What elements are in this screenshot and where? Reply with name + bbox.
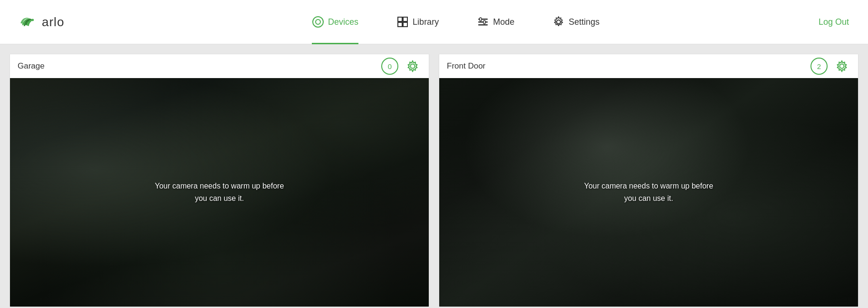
logo-text: arlo: [42, 15, 64, 30]
svg-point-2: [316, 20, 320, 24]
svg-rect-9: [478, 24, 488, 26]
svg-point-13: [411, 64, 415, 69]
library-label: Library: [413, 17, 439, 27]
garage-badge[interactable]: 0: [381, 58, 398, 75]
frontdoor-badge[interactable]: 2: [810, 58, 828, 75]
camera-controls-garage: 0: [381, 58, 421, 75]
camera-card-frontdoor: Front Door 2 Your camera needs to warm u…: [439, 54, 858, 307]
nav-item-library[interactable]: Library: [396, 0, 439, 44]
svg-point-12: [557, 20, 560, 24]
camera-title-garage: Garage: [18, 61, 45, 71]
arlo-logo-icon: [19, 14, 40, 30]
logout-button[interactable]: Log Out: [819, 17, 849, 27]
mode-label: Mode: [493, 17, 514, 27]
nav-item-mode[interactable]: Mode: [477, 0, 514, 44]
main-content: Garage 0 Your camera needs to warm up be…: [0, 44, 868, 307]
svg-rect-10: [480, 18, 482, 21]
frontdoor-video[interactable]: Your camera needs to warm up before you …: [439, 78, 858, 307]
camera-title-frontdoor: Front Door: [447, 61, 485, 71]
svg-rect-3: [398, 17, 402, 21]
svg-point-14: [840, 64, 844, 69]
logo-area: arlo: [19, 14, 64, 30]
settings-icon: [552, 16, 565, 28]
svg-rect-6: [403, 22, 407, 27]
garage-video[interactable]: Your camera needs to warm up before you …: [10, 78, 429, 307]
library-icon: [396, 16, 409, 28]
camera-card-garage: Garage 0 Your camera needs to warm up be…: [10, 54, 429, 307]
frontdoor-settings-icon[interactable]: [833, 58, 850, 75]
frontdoor-warmup-text: Your camera needs to warm up before you …: [578, 180, 720, 204]
arlo-logo: arlo: [19, 14, 64, 30]
svg-point-0: [31, 19, 34, 21]
garage-settings-icon[interactable]: [404, 58, 421, 75]
settings-label: Settings: [569, 17, 599, 27]
svg-rect-4: [403, 17, 407, 21]
garage-warmup-text: Your camera needs to warm up before you …: [148, 180, 291, 204]
svg-point-1: [313, 17, 323, 27]
svg-rect-5: [398, 22, 402, 27]
camera-controls-frontdoor: 2: [810, 58, 850, 75]
camera-header-frontdoor: Front Door 2: [439, 54, 858, 78]
mode-icon: [477, 16, 489, 28]
devices-icon: [312, 16, 324, 28]
svg-rect-11: [483, 20, 485, 24]
nav-item-settings[interactable]: Settings: [552, 0, 599, 44]
nav-item-devices[interactable]: Devices: [312, 0, 358, 44]
camera-header-garage: Garage 0: [10, 54, 429, 78]
devices-label: Devices: [328, 17, 358, 27]
svg-rect-8: [478, 21, 488, 23]
main-nav: Devices Library: [93, 0, 819, 44]
header: arlo Devices Library: [0, 0, 868, 44]
